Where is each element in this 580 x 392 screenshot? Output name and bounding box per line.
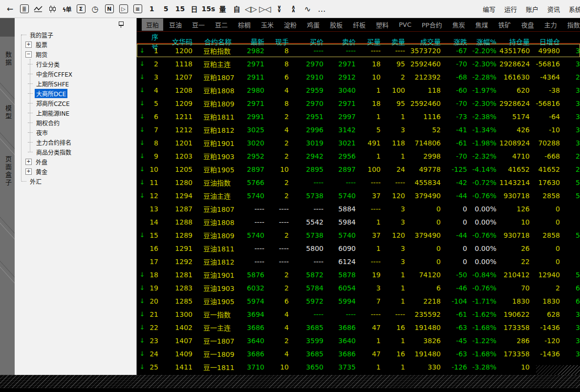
table-row[interactable]: ↓121294豆油主连574025738574037120379490-44-0… bbox=[137, 189, 580, 202]
table-row[interactable]: ↓101205豆粕1905289710289528971002449778-12… bbox=[137, 163, 580, 176]
table-row[interactable]: ↓41208豆粕180829804295930401100118-60-1.97… bbox=[137, 83, 580, 97]
quote-list-icon[interactable]: ≣ bbox=[17, 2, 31, 16]
table-row[interactable]: ↓211300豆一指数36944----------------235592-6… bbox=[137, 308, 580, 321]
menu-item-0[interactable]: 编写 bbox=[478, 4, 500, 14]
sidebar-item-14[interactable]: +黄金 bbox=[15, 166, 136, 176]
period-day-button[interactable]: 日 bbox=[187, 2, 201, 16]
sidebar-item-11[interactable]: 主力合约排名 bbox=[15, 137, 136, 147]
period-1min-button[interactable]: 1 bbox=[145, 2, 159, 16]
cell-lot: 6 bbox=[267, 73, 292, 81]
commodity-tab-13[interactable]: 焦炭 bbox=[448, 19, 470, 31]
sidebar-item-9[interactable]: 期权合约 bbox=[15, 118, 136, 127]
table-row[interactable]: ↓231407豆一18073640235993640113826-45-1.22… bbox=[137, 334, 580, 347]
auto-button[interactable]: 自 bbox=[230, 2, 244, 16]
sidebar-item-6[interactable]: 大商所DCE bbox=[15, 88, 136, 98]
line-chart-icon[interactable] bbox=[31, 2, 45, 16]
commodity-tab-11[interactable]: PVC bbox=[394, 20, 416, 30]
table-row[interactable]: ↓91203豆粕19032952229422956112998-70-2.32%… bbox=[137, 149, 580, 163]
wave-icon[interactable]: ∿ bbox=[301, 2, 315, 16]
commodity-tab-14[interactable]: 焦煤 bbox=[471, 19, 493, 31]
left-tab-data[interactable]: 数据 bbox=[3, 51, 13, 67]
volume-button[interactable]: 量 bbox=[215, 2, 230, 16]
expand-horizontal-icon[interactable]: ◁▷ bbox=[244, 2, 258, 16]
table-row[interactable]: ↓181281豆油1901587625872587819174120-50-0.… bbox=[137, 268, 580, 281]
document-icon[interactable]: ≡ bbox=[130, 2, 145, 16]
table-row[interactable]: ↓251411豆一18113710103650373511330-126-3.2… bbox=[137, 360, 580, 373]
left-tab-model[interactable]: 模型 bbox=[3, 105, 13, 121]
sidebar-item-7[interactable]: 郑商所CZCE bbox=[15, 98, 136, 108]
table-row[interactable]: ↓51209豆粕1809297182970297118952592460-70-… bbox=[137, 97, 580, 110]
table-row[interactable]: ↓111280豆油指数57662----------------455834-4… bbox=[137, 176, 580, 189]
commodity-tab-9[interactable]: 纤板 bbox=[348, 19, 370, 31]
commodity-tab-3[interactable]: 豆二 bbox=[211, 19, 232, 31]
tree-connector bbox=[28, 93, 33, 94]
tree-expander-icon[interactable]: + bbox=[25, 41, 32, 48]
commodity-tab-12[interactable]: PP合约 bbox=[417, 19, 447, 31]
commodity-tab-15[interactable]: 铁矿 bbox=[494, 19, 516, 31]
table-row[interactable]: ↓201285豆油19055974659725994712218-104-1.7… bbox=[137, 294, 580, 308]
playback-icon[interactable]: ▷ bbox=[116, 2, 130, 16]
period-15s-button[interactable]: 15s bbox=[201, 2, 215, 16]
commodity-tab-1[interactable]: 豆油 bbox=[165, 19, 186, 31]
compress-horizontal-icon[interactable]: ▷◁ bbox=[258, 2, 272, 16]
period-5min-button[interactable]: 5 bbox=[159, 2, 173, 16]
sidebar-item-4[interactable]: 中金所CFFEX bbox=[15, 69, 136, 79]
table-row[interactable]: ↓81201豆粕19013020230193021491118714806-61… bbox=[137, 136, 580, 149]
menu-item-1[interactable]: 运行 bbox=[500, 4, 521, 14]
collapse-down-icon[interactable]: ∨∨ bbox=[272, 2, 286, 16]
sidebar-item-3[interactable]: 行业分类 bbox=[15, 59, 136, 69]
more-icon[interactable]: … bbox=[315, 2, 329, 16]
cell-code: 1409 bbox=[161, 350, 195, 358]
commodity-tab-5[interactable]: 玉米 bbox=[257, 19, 278, 31]
commodity-tab-8[interactable]: 胶板 bbox=[325, 19, 347, 31]
menu-item-4[interactable]: 系统 bbox=[564, 4, 580, 14]
sidebar-item-15[interactable]: 外汇 bbox=[15, 176, 136, 186]
table-row[interactable]: ↓11200豆粕指数29828----------------3573720-6… bbox=[137, 44, 580, 57]
menu-item-2[interactable]: 账户 bbox=[521, 4, 543, 14]
table-row[interactable]: ↓31207豆粕18072911629102912102212392-68-2.… bbox=[137, 70, 580, 83]
period-15min-button[interactable]: 15 bbox=[173, 2, 187, 16]
table-row[interactable]: ↓191283豆油19036032257846054316-46-0.76%70… bbox=[137, 281, 580, 294]
sidebar-item-12[interactable]: 商品分类指数 bbox=[15, 147, 136, 157]
table-row[interactable]: ↓221402豆一主连36864368536864716191480-63-1.… bbox=[137, 321, 580, 334]
commodity-tab-2[interactable]: 豆一 bbox=[188, 19, 209, 31]
commodity-tab-6[interactable]: 淀粉 bbox=[279, 19, 301, 31]
candlestick-icon[interactable] bbox=[45, 2, 60, 16]
table-row[interactable]: 161291豆油1811--------5800609013000.00%260 bbox=[137, 242, 580, 255]
sidebar-item-2[interactable]: −期货 bbox=[15, 49, 136, 59]
sidebar-item-10[interactable]: 夜市 bbox=[15, 127, 136, 137]
tree-expander-icon[interactable]: + bbox=[25, 168, 32, 175]
commodity-tab-4[interactable]: 棕榈 bbox=[234, 19, 255, 31]
tree-expander-icon[interactable]: + bbox=[25, 159, 32, 165]
table-row[interactable]: ↓71212豆粕181230254299631425352-41-1.34%42… bbox=[137, 123, 580, 136]
app-window: ←≣ϟ单Σ◷N▷≡1515日15s量自◁▷▷◁∨∨∧∧∿… 编写运行账户资讯系统… bbox=[0, 0, 580, 392]
commodity-tab-17[interactable]: 主力 bbox=[540, 19, 561, 31]
table-row[interactable]: ↓21118豆粕主连297182970297118952592460-70-2.… bbox=[137, 57, 580, 70]
commodity-tab-7[interactable]: 鸡蛋 bbox=[302, 19, 324, 31]
table-row[interactable]: ↓241409豆一180936864368536864716191480-63-… bbox=[137, 347, 580, 360]
sidebar-item-0[interactable]: 我的篮子 bbox=[15, 30, 136, 40]
commodity-tab-10[interactable]: 塑料 bbox=[371, 19, 393, 31]
left-tab-page-box[interactable]: 页面盒子 bbox=[3, 156, 13, 187]
sigma-indicator-icon[interactable]: Σ bbox=[74, 2, 88, 16]
sidebar-item-1[interactable]: +股票 bbox=[15, 40, 136, 49]
collapse-up-icon[interactable]: ∧∧ bbox=[286, 2, 301, 16]
sidebar-item-13[interactable]: +外盘 bbox=[15, 157, 136, 166]
commodity-tab-0[interactable]: 豆粕 bbox=[142, 19, 163, 31]
news-n-icon[interactable]: N bbox=[102, 2, 116, 16]
menu-item-3[interactable]: 资讯 bbox=[543, 4, 564, 14]
flash-order-icon[interactable]: ϟ单 bbox=[60, 2, 74, 16]
table-row[interactable]: 131287豆油1807------------5884----3000.00%… bbox=[137, 202, 580, 215]
clock-icon[interactable]: ◷ bbox=[88, 2, 102, 16]
sidebar-item-8[interactable]: 上期能源INE bbox=[15, 108, 136, 118]
back-icon[interactable]: ← bbox=[3, 2, 17, 16]
sidebar-item-5[interactable]: 上期所SHFE bbox=[15, 79, 136, 88]
cell-next-col-partial: 3 bbox=[563, 60, 580, 68]
commodity-tab-18[interactable]: 指数 bbox=[563, 19, 580, 31]
table-row[interactable]: 141288豆油1808--------5542598413000.00%100 bbox=[137, 215, 580, 228]
commodity-tab-16[interactable]: 夜盘 bbox=[517, 19, 538, 31]
tree-expander-icon[interactable]: − bbox=[25, 51, 32, 58]
table-row[interactable]: 171292豆油1812------------6124----3000.00%… bbox=[137, 255, 580, 268]
table-row[interactable]: ↓151289豆油1809574025738574037120379490-44… bbox=[137, 228, 580, 242]
table-row[interactable]: ↓61211豆粕18112991229512997111116-73-2.38%… bbox=[137, 110, 580, 123]
